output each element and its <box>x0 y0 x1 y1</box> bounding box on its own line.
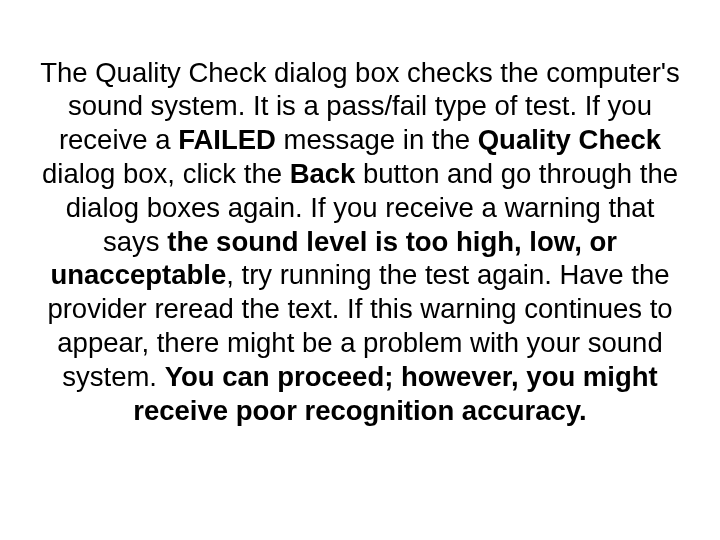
body-paragraph: The Quality Check dialog box checks the … <box>34 56 686 428</box>
text-run: dialog box, click the <box>42 158 290 189</box>
bold-back: Back <box>290 158 356 189</box>
bold-quality-check: Quality Check <box>478 124 661 155</box>
bold-failed: FAILED <box>178 124 276 155</box>
slide: The Quality Check dialog box checks the … <box>0 0 720 540</box>
text-run: message in the <box>276 124 478 155</box>
bold-proceed: You can proceed; however, you might rece… <box>133 361 657 426</box>
